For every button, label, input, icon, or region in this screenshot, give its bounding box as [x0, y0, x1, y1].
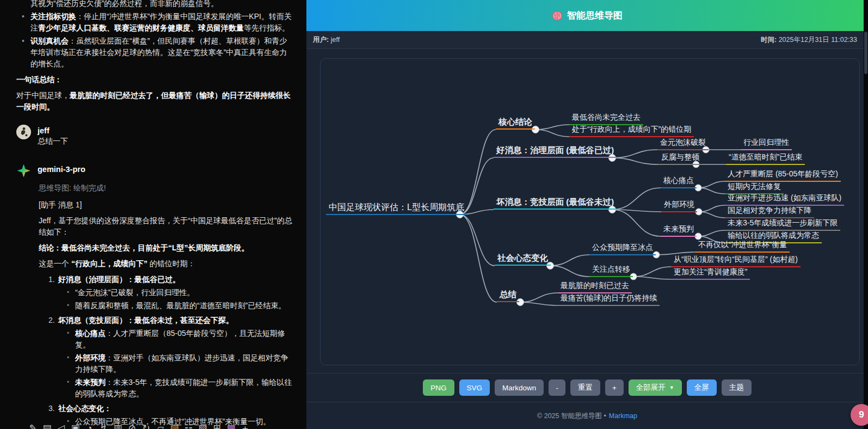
attach-icon[interactable]: ↯ [99, 422, 108, 429]
mindmap-root-node[interactable]: 中国足球现状评估：L型长周期筑底 [326, 202, 467, 215]
assistant-message-header: gemini-3-pro [16, 163, 292, 181]
block-icon[interactable]: ⊘ [127, 422, 137, 429]
mindmap-node[interactable]: 国足相对竞争力持续下降 [725, 205, 814, 218]
mindmap-node[interactable]: 关注点转移 [589, 264, 633, 277]
edit-icon[interactable]: ✎ [28, 422, 38, 429]
user-avatar [16, 125, 31, 139]
export-svg-button[interactable]: SVG [459, 379, 490, 396]
list-item: 随着反腐和整顿，最混乱、最肮脏的“道德至暗时刻”已经结束。 [67, 300, 292, 311]
brain-icon [552, 10, 563, 21]
summary-heading: 一句话总结： [16, 74, 292, 85]
mindmap-node[interactable]: 社会心态变化 [495, 253, 551, 266]
mindmap-node[interactable]: 未来3-5年成绩或进一步刷新下限 [725, 218, 840, 231]
markmap-link[interactable]: Markmap [609, 412, 637, 420]
mindmap-status-text: 思维导图: 绘制完成! [39, 182, 292, 194]
list-item: 关注指标切换：停止用“冲进世界杯”作为衡量中国足球发展的唯一KPI。转而关注青少… [22, 11, 292, 34]
file-icon[interactable]: ▧ [198, 422, 207, 429]
time-label: 时间: [761, 36, 777, 44]
chat-panel: 其视为“偿还历史欠债”的必然过程，而非新的崩盘信号。 关注指标切换：停止用“冲进… [0, 0, 306, 429]
image-icon[interactable]: ▣ [71, 422, 80, 429]
list-item: 核心痛点：人才严重断层（85-05年龄段亏空），且无法短期修复。 [67, 328, 292, 351]
mindmap-node[interactable]: 更加关注“青训健康度” [671, 267, 750, 280]
expand-all-button[interactable]: 全部展开▼ [629, 379, 682, 396]
gemini-star-icon [16, 163, 31, 178]
chevron-down-icon: ▼ [669, 385, 674, 390]
zoom-in-button[interactable]: + [605, 379, 624, 396]
list-item: 2.坏消息（竞技层面）：最低谷未过，甚至还会下探。 核心痛点：人才严重断层（85… [48, 315, 292, 400]
list-item: 1.好消息（治理层面）：最低谷已过。 “金元泡沫”已破裂，行业回归理性。 随着反… [48, 274, 292, 311]
assistant-conclusion: 结论：最低谷尚未完全过去，目前处于“L型”长周期筑底阶段。 [39, 242, 292, 254]
assistant-tag: [助手 消息 1] [39, 199, 292, 211]
sound-icon[interactable]: ◁ [57, 422, 66, 429]
assistant-intro: Jeff，基于您提供的这份深度整合报告，关于“中国足球最低谷是否已过”的总结如下… [39, 215, 292, 238]
user-icon[interactable]: ☷ [184, 422, 193, 429]
app-footer: © 2025 智能思维导图 • Markmap [306, 402, 868, 429]
summary-text: 对于中国足球，最肮脏的时刻已经过去了，但最痛苦（输球）的日子还得持续很长一段时间… [16, 90, 292, 113]
mindmap-node[interactable]: 亚洲对手进步迅速 (如东南亚球队) [725, 193, 844, 206]
composer-toolbar: ✎ ▤ ◁ ▣ ◔ ↯ ▥ ⊘ ↻ ▱ ▨ ☷ ▧ ⊞ ▩ ＋ [28, 422, 250, 429]
reset-view-button[interactable]: 重置 [570, 379, 600, 396]
mindmap-node[interactable]: 最痛苦(输球)的日子仍将持续 [558, 293, 660, 306]
mindmap-node[interactable]: 好消息：治理层面 (最低谷已过) [494, 145, 617, 158]
mindmap-node[interactable]: 外部环境 [661, 199, 697, 212]
app-header: 智能思维导图 [306, 0, 868, 31]
card-icon[interactable]: ▥ [113, 422, 122, 429]
mindmap-node[interactable]: 行业回归理性 [741, 137, 792, 150]
mindmap-node[interactable]: 最低谷尚未完全过去 [569, 112, 643, 125]
soccer-player-icon [16, 125, 31, 139]
assistant-period-line: 这是一个 “行政向上，成绩向下” 的错位时期： [39, 258, 292, 269]
previous-message-tail: 其视为“偿还历史欠债”的必然过程，而非新的崩盘信号。 关注指标切换：停止用“冲进… [16, 0, 292, 113]
user-label: 用户: [313, 36, 329, 44]
app-title: 智能思维导图 [567, 9, 623, 22]
theme-button[interactable]: 主题 [722, 379, 752, 396]
mindmap-toolbar: PNG SVG Markdown - 重置 + 全部展开▼ 全屏 主题 [306, 373, 868, 402]
mindmap-node[interactable]: 处于“行政向上，成绩向下”的错位期 [569, 124, 694, 137]
message-text: 其视为“偿还历史欠债”的必然过程，而非新的崩盘信号。 [16, 0, 292, 9]
mindmap-node[interactable]: 不再仅以“冲进世界杯”衡量 [695, 240, 790, 253]
mindmap-node[interactable]: 公众预期降至冰点 [589, 242, 656, 255]
time-value: 2025年12月31日 11:02:33 [779, 36, 857, 44]
list-item: 未来预判：未来3-5年，竞技成绩可能进一步刷新下限，输给以往的弱队将成为常态。 [67, 377, 292, 400]
vertical-scrollbar[interactable] [864, 0, 868, 429]
delete-icon[interactable]: ▤ [42, 422, 52, 429]
list-item: “金元泡沫”已破裂，行业回归理性。 [67, 287, 292, 298]
scrollbar-thumb[interactable] [864, 32, 867, 74]
export-markdown-button[interactable]: Markdown [495, 379, 544, 396]
mindmap-node[interactable]: 总结 [497, 289, 519, 302]
gift-icon[interactable]: ▱ [156, 422, 165, 429]
mindmap-node[interactable]: “道德至暗时刻”已结束 [726, 152, 805, 165]
info-bar: 用户: jeff 时间: 2025年12月31日 11:02:33 [306, 31, 868, 49]
mindmap-node[interactable]: 金元泡沫破裂 [657, 137, 709, 150]
mindmap-node[interactable]: 从“职业顶层”转向“民间基层” (如村超) [671, 254, 801, 267]
assistant-avatar [16, 163, 31, 181]
folder-icon[interactable]: ▨ [170, 422, 179, 429]
user-name: jeff [38, 125, 68, 136]
user-message-header: jeff 总结一下 [16, 125, 292, 147]
mindmap-node[interactable]: 最肮脏的时刻已过去 [558, 280, 632, 293]
mindmap-app-panel: 智能思维导图 用户: jeff 时间: 2025年12月31日 11:02:33 [306, 0, 868, 429]
fullscreen-button[interactable]: 全屏 [687, 379, 717, 396]
list-item: 识别真机会：虽然职业层面在“横盘”，但民间赛事（村超、草根联赛）和青少年培训市场… [22, 35, 292, 70]
mindmap-node[interactable]: 核心痛点 [661, 175, 697, 188]
user-message-text: 总结一下 [38, 136, 68, 147]
floating-badge[interactable]: 9 [851, 404, 868, 426]
mindmap-container[interactable]: 中国足球现状评估：L型长周期筑底 核心结论 最低谷尚未完全过去 处于“行政向上，… [320, 58, 860, 365]
plus-icon[interactable]: ＋ [241, 422, 250, 429]
refresh-icon[interactable]: ↻ [141, 422, 151, 429]
assistant-name: gemini-3-pro [38, 163, 85, 174]
history-icon[interactable]: ◔ [85, 422, 94, 429]
mindmap-node[interactable]: 反腐与整顿 [658, 152, 702, 165]
assistant-numbered-list: 1.好消息（治理层面）：最低谷已过。 “金元泡沫”已破裂，行业回归理性。 随着反… [39, 274, 292, 429]
mindmap-node[interactable]: 人才严重断层 (85-05年龄段亏空) [725, 169, 841, 182]
mindmap-node[interactable]: 坏消息：竞技层面 (最低谷未过) [494, 197, 617, 210]
copyright-text: © 2025 智能思维导图 • [537, 412, 606, 421]
mindmap-node[interactable]: 核心结论 [496, 117, 535, 130]
grid-icon[interactable]: ⊞ [212, 422, 221, 429]
bullet-list: 关注指标切换：停止用“冲进世界杯”作为衡量中国足球发展的唯一KPI。转而关注青少… [16, 11, 292, 70]
app-icon[interactable]: ▩ [226, 422, 236, 429]
list-item: 外部环境：亚洲对手（如东南亚球队）进步迅速，国足相对竞争力持续下降。 [67, 352, 292, 375]
mindmap-node[interactable]: 未来预判 [661, 224, 697, 237]
zoom-out-button[interactable]: - [549, 379, 565, 396]
user-value: jeff [331, 36, 340, 44]
export-png-button[interactable]: PNG [423, 379, 454, 396]
